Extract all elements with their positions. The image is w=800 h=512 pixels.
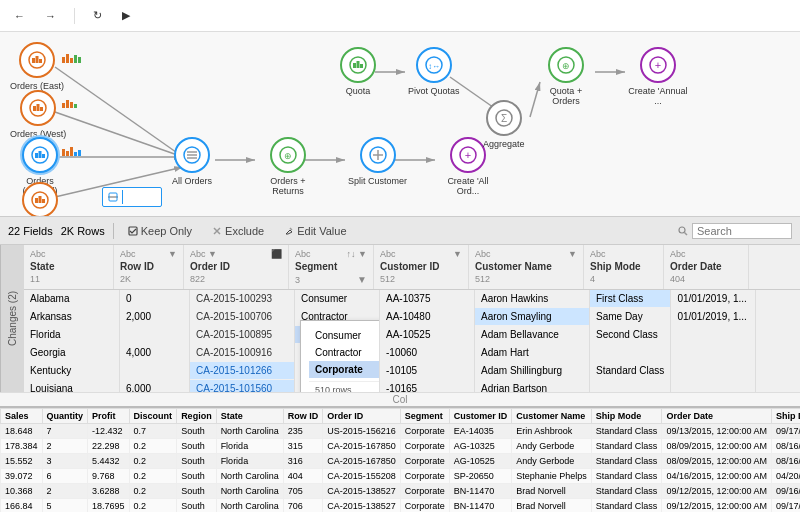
rows-count: 2K Rows bbox=[61, 225, 105, 237]
undo-button[interactable]: ← bbox=[8, 8, 31, 24]
node-create-annual-label: Create 'Annual ... bbox=[628, 86, 688, 106]
node-orders-south[interactable]: Orders (South) bbox=[10, 182, 70, 217]
col-header-customer-name[interactable]: Abc ▼ Customer Name 512 bbox=[469, 245, 584, 289]
svg-text:+: + bbox=[655, 59, 661, 71]
search-area bbox=[678, 223, 792, 239]
search-input[interactable] bbox=[692, 223, 792, 239]
col-header-segment[interactable]: Abc ↑↓ ▼ Segment 3 ▼ bbox=[289, 245, 374, 289]
node-pivot-quotas[interactable]: ↕↔ Pivot Quotas bbox=[408, 47, 460, 96]
table-cell: 706 bbox=[283, 499, 323, 513]
col-header-order-date[interactable]: Abc Order Date 404 bbox=[664, 245, 749, 289]
col-header-state[interactable]: Abc State 11 bbox=[24, 245, 114, 289]
segment-dropdown-item-consumer[interactable]: Consumer bbox=[309, 327, 380, 344]
table-cell: 404 bbox=[283, 469, 323, 484]
col-header-sales[interactable]: Sales bbox=[1, 409, 43, 424]
svg-rect-40 bbox=[353, 63, 356, 68]
col-header-ship-mode[interactable]: Abc Ship Mode 4 bbox=[584, 245, 664, 289]
table-cell: 178.384 bbox=[1, 439, 43, 454]
table-row: 39.07269.7680.2SouthNorth Carolina404CA-… bbox=[1, 469, 801, 484]
svg-rect-15 bbox=[39, 59, 42, 63]
keep-only-label: Keep Only bbox=[141, 225, 192, 237]
changes-panel[interactable]: Changes (2) bbox=[0, 245, 24, 392]
table-cell: North Carolina bbox=[216, 499, 283, 513]
node-orders-returns[interactable]: ⊕ Orders + Returns bbox=[258, 137, 318, 196]
run-button[interactable]: ▶ bbox=[116, 7, 136, 24]
table-cell: Standard Class bbox=[591, 439, 662, 454]
table-cell: Corporate bbox=[400, 454, 449, 469]
table-cell: Erin Ashbrook bbox=[512, 424, 592, 439]
col-state: AlabamaArkansasFloridaGeorgiaKentuckyLou… bbox=[24, 290, 120, 392]
table-cell: Standard Class bbox=[591, 484, 662, 499]
exclude-button[interactable]: Exclude bbox=[206, 223, 270, 239]
table-cell: 08/16/2015, 12:00:00 AM bbox=[771, 439, 800, 454]
table-row: 10.36823.62880.2SouthNorth Carolina705CA… bbox=[1, 484, 801, 499]
svg-rect-23 bbox=[42, 154, 45, 158]
top-toolbar: ← → ↻ ▶ bbox=[0, 0, 800, 32]
col-header-order-date[interactable]: Order Date bbox=[662, 409, 772, 424]
col-header-quantity[interactable]: Quantity bbox=[42, 409, 88, 424]
svg-rect-18 bbox=[37, 104, 40, 111]
col-header-discount[interactable]: Discount bbox=[129, 409, 177, 424]
col-header-customer-id[interactable]: Abc ▼ Customer ID 512 bbox=[374, 245, 469, 289]
col-header-region[interactable]: Region bbox=[177, 409, 217, 424]
node-all-orders[interactable]: All Orders bbox=[172, 137, 212, 186]
node-orders-returns-label: Orders + Returns bbox=[258, 176, 318, 196]
data-toolbar: 22 Fields 2K Rows Keep Only Exclude Edit… bbox=[0, 217, 800, 245]
table-cell: North Carolina bbox=[216, 484, 283, 499]
table-cell: 08/16/2015, 12:00:00 AM bbox=[771, 454, 800, 469]
node-create-annual[interactable]: + Create 'Annual ... bbox=[628, 47, 688, 106]
edit-value-label: Edit Value bbox=[297, 225, 346, 237]
node-aggregate[interactable]: Σ Aggregate bbox=[483, 100, 525, 149]
col-header-order-id[interactable]: Abc ▼ ⬛ Order ID 822 bbox=[184, 245, 289, 289]
node-orders-west[interactable]: Orders (West) bbox=[10, 90, 66, 139]
table-cell: AG-10525 bbox=[449, 454, 512, 469]
table-cell: Brad Norvell bbox=[512, 484, 592, 499]
svg-text:+: + bbox=[465, 149, 471, 161]
redo-button[interactable]: → bbox=[39, 8, 62, 24]
table-cell: 2 bbox=[42, 439, 88, 454]
grid-header: Abc State 11 Abc ▼ Row ID 2K Abc ▼ ⬛ Ord… bbox=[24, 245, 800, 290]
segment-dropdown-item-corporate[interactable]: Corporate bbox=[309, 361, 380, 378]
main-content: Changes (2) Abc State 11 Abc ▼ Row ID 2K bbox=[0, 245, 800, 392]
edit-icon bbox=[284, 226, 294, 236]
col-header-customer-id[interactable]: Customer ID bbox=[449, 409, 512, 424]
col-header-row-id[interactable]: Row ID bbox=[283, 409, 323, 424]
table-cell: 316 bbox=[283, 454, 323, 469]
col-header-customer-name[interactable]: Customer Name bbox=[512, 409, 592, 424]
svg-rect-26 bbox=[38, 196, 41, 203]
node-aggregate-label: Aggregate bbox=[483, 139, 525, 149]
col-header-state[interactable]: State bbox=[216, 409, 283, 424]
col-label: Col bbox=[392, 394, 407, 405]
node-quota-orders[interactable]: ⊕ Quota + Orders bbox=[536, 47, 596, 106]
node-all-orders-label: All Orders bbox=[172, 176, 212, 186]
col-header-ship-date[interactable]: Ship Date bbox=[771, 409, 800, 424]
table-cell: 315 bbox=[283, 439, 323, 454]
col-header-profit[interactable]: Profit bbox=[88, 409, 130, 424]
col-header-order-id[interactable]: Order ID bbox=[323, 409, 401, 424]
col-row-id: 02,0004,0006,0008,00010,000 bbox=[120, 290, 190, 392]
edit-value-button[interactable]: Edit Value bbox=[278, 223, 352, 239]
refresh-button[interactable]: ↻ bbox=[87, 7, 108, 24]
grid-container: Abc State 11 Abc ▼ Row ID 2K Abc ▼ ⬛ Ord… bbox=[24, 245, 800, 392]
col-header-row-id[interactable]: Abc ▼ Row ID 2K bbox=[114, 245, 184, 289]
exclude-label: Exclude bbox=[225, 225, 264, 237]
keep-only-button[interactable]: Keep Only bbox=[122, 223, 198, 239]
svg-rect-25 bbox=[35, 198, 38, 203]
svg-rect-13 bbox=[32, 58, 35, 63]
table-cell: EA-14035 bbox=[449, 424, 512, 439]
segment-dropdown-item-contractor[interactable]: Contractor bbox=[309, 344, 380, 361]
table-cell: 3.6288 bbox=[88, 484, 130, 499]
table-cell: 9.768 bbox=[88, 469, 130, 484]
svg-rect-17 bbox=[33, 106, 36, 111]
svg-line-1 bbox=[55, 67, 183, 157]
node-quota[interactable]: Quota bbox=[340, 47, 376, 96]
table-cell: CA-2015-167850 bbox=[323, 439, 401, 454]
col-label-bar: Col bbox=[0, 392, 800, 406]
node-orders-east[interactable]: Orders (East) bbox=[10, 42, 64, 91]
table-cell: Andy Gerbode bbox=[512, 439, 592, 454]
node-split-customer[interactable]: Split Customer bbox=[348, 137, 407, 186]
col-header-segment[interactable]: Segment bbox=[400, 409, 449, 424]
col-header-ship-mode[interactable]: Ship Mode bbox=[591, 409, 662, 424]
svg-rect-19 bbox=[40, 107, 43, 111]
segment-dropdown: Consumer Contractor Corporate 510 rows 5… bbox=[300, 320, 380, 392]
